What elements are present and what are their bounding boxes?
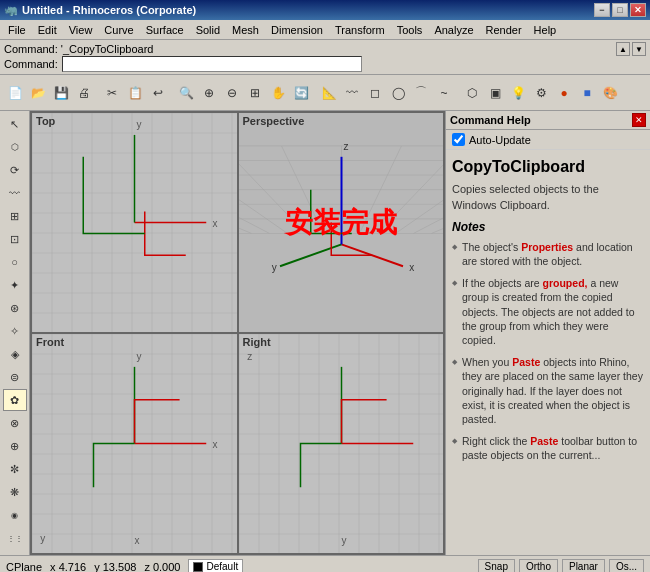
lt-box[interactable]: ⊡ <box>3 228 27 250</box>
tb-solid[interactable]: ▣ <box>484 82 506 104</box>
viewport-top[interactable]: Top <box>32 113 237 332</box>
lt-active[interactable]: ✿ <box>3 389 27 411</box>
auto-update-label: Auto-Update <box>469 134 531 146</box>
status-y: y 13.508 <box>94 561 136 573</box>
tb-circle[interactable]: ◯ <box>387 82 409 104</box>
minimize-button[interactable]: − <box>594 3 610 17</box>
scroll-down-btn[interactable]: ▼ <box>632 42 646 56</box>
tb-pan[interactable]: ✋ <box>267 82 289 104</box>
menu-view[interactable]: View <box>63 22 99 38</box>
tb-zoom-window[interactable]: 🔍 <box>175 82 197 104</box>
tb-light[interactable]: 💡 <box>507 82 529 104</box>
lt-dot2[interactable]: ⋮⋮ <box>3 527 27 549</box>
tb-zoom-in[interactable]: ⊕ <box>198 82 220 104</box>
menu-render[interactable]: Render <box>480 22 528 38</box>
left-toolbar: ↖ ⬡ ⟳ 〰 ⊞ ⊡ ○ ✦ ⊛ ✧ ◈ ⊜ ✿ ⊗ ⊕ ✼ ❋ ◉ ⋮⋮ <box>0 111 30 555</box>
tb-curve[interactable]: ~ <box>433 82 455 104</box>
app-icon: 🦏 <box>4 4 18 17</box>
tb-open[interactable]: 📂 <box>27 82 49 104</box>
close-button[interactable]: ✕ <box>630 3 646 17</box>
menu-bar: File Edit View Curve Surface Solid Mesh … <box>0 20 650 40</box>
tb-zoom-all[interactable]: ⊞ <box>244 82 266 104</box>
note-2: If the objects are grouped, a new group … <box>452 276 644 347</box>
lt-rotate-view[interactable]: ⟳ <box>3 159 27 181</box>
tb-line[interactable]: 📐 <box>318 82 340 104</box>
lt-diamond[interactable]: ◈ <box>3 343 27 365</box>
ortho-button[interactable]: Ortho <box>519 559 558 572</box>
tb-polyline[interactable]: 〰 <box>341 82 363 104</box>
menu-solid[interactable]: Solid <box>190 22 226 38</box>
tb-save[interactable]: 💾 <box>50 82 72 104</box>
lt-select-window[interactable]: ⬡ <box>3 136 27 158</box>
lt-cross[interactable]: ⊗ <box>3 412 27 434</box>
lt-grid[interactable]: ⊞ <box>3 205 27 227</box>
lt-curve[interactable]: 〰 <box>3 182 27 204</box>
menu-surface[interactable]: Surface <box>140 22 190 38</box>
osnap-button[interactable]: Os... <box>609 559 644 572</box>
menu-tools[interactable]: Tools <box>391 22 429 38</box>
menu-mesh[interactable]: Mesh <box>226 22 265 38</box>
tb-rect[interactable]: ◻ <box>364 82 386 104</box>
tb-paste[interactable]: 📋 <box>124 82 146 104</box>
viewport-front-label: Front <box>36 336 64 348</box>
menu-file[interactable]: File <box>2 22 32 38</box>
main-toolbar: 📄 📂 💾 🖨 ✂ 📋 ↩ 🔍 ⊕ ⊖ ⊞ ✋ 🔄 📐 〰 ◻ ◯ ⌒ ~ ⬡ … <box>0 75 650 111</box>
viewport-right[interactable]: Right <box>239 334 444 553</box>
title-bar: 🦏 Untitled - Rhinoceros (Corporate) − □ … <box>0 0 650 20</box>
menu-analyze[interactable]: Analyze <box>428 22 479 38</box>
tb-rotate[interactable]: 🔄 <box>290 82 312 104</box>
note-3: When you Paste objects into Rhino, they … <box>452 355 644 426</box>
lt-snap[interactable]: ✧ <box>3 320 27 342</box>
lt-circle2[interactable]: ⊜ <box>3 366 27 388</box>
tb-arc[interactable]: ⌒ <box>410 82 432 104</box>
help-panel: Command Help ✕ Auto-Update CopyToClipboa… <box>445 111 650 555</box>
note-4-highlight: Paste <box>530 435 558 447</box>
menu-transform[interactable]: Transform <box>329 22 391 38</box>
tb-color[interactable]: ● <box>553 82 575 104</box>
lt-dot1[interactable]: ◉ <box>3 504 27 526</box>
tb-cut[interactable]: ✂ <box>101 82 123 104</box>
tb-render[interactable]: 🎨 <box>599 82 621 104</box>
auto-update-checkbox[interactable] <box>452 133 465 146</box>
command-label: Command: <box>4 58 58 70</box>
tb-surface[interactable]: ⬡ <box>461 82 483 104</box>
tb-new[interactable]: 📄 <box>4 82 26 104</box>
tb-undo[interactable]: ↩ <box>147 82 169 104</box>
viewport-area: Top Perspective 安装完成 Front Right <box>30 111 445 555</box>
lt-star2[interactable]: ✼ <box>3 458 27 480</box>
lt-plus[interactable]: ⊕ <box>3 435 27 457</box>
lt-star[interactable]: ✦ <box>3 274 27 296</box>
viewport-front[interactable]: Front <box>32 334 237 553</box>
tb-settings[interactable]: ⚙ <box>530 82 552 104</box>
tb-zoom-out[interactable]: ⊖ <box>221 82 243 104</box>
maximize-button[interactable]: □ <box>612 3 628 17</box>
viewport-front-canvas <box>32 334 237 553</box>
panel-close-button[interactable]: ✕ <box>632 113 646 127</box>
lt-gear[interactable]: ⊛ <box>3 297 27 319</box>
menu-curve[interactable]: Curve <box>98 22 139 38</box>
viewport-perspective[interactable]: Perspective 安装完成 <box>239 113 444 332</box>
viewport-perspective-label: Perspective <box>243 115 305 127</box>
command-line-1: Command: '_CopyToClipboard ▲ ▼ <box>4 42 646 56</box>
menu-edit[interactable]: Edit <box>32 22 63 38</box>
command-line-2: Command: <box>4 56 646 72</box>
note-1: The object's Properties and location are… <box>452 240 644 268</box>
command-input[interactable] <box>62 56 362 72</box>
planar-button[interactable]: Planar <box>562 559 605 572</box>
status-right: Snap Ortho Planar Os... <box>478 559 644 572</box>
lt-sphere[interactable]: ○ <box>3 251 27 273</box>
note-4: Right click the Paste toolbar button to … <box>452 434 644 462</box>
viewport-top-canvas <box>32 113 237 332</box>
lt-flower[interactable]: ❋ <box>3 481 27 503</box>
viewport-right-canvas <box>239 334 444 553</box>
panel-title: Command Help <box>450 114 531 126</box>
tb-layer[interactable]: ■ <box>576 82 598 104</box>
menu-help[interactable]: Help <box>528 22 563 38</box>
snap-button[interactable]: Snap <box>478 559 515 572</box>
scroll-up-btn[interactable]: ▲ <box>616 42 630 56</box>
note-2-highlight: grouped, <box>543 277 588 289</box>
menu-dimension[interactable]: Dimension <box>265 22 329 38</box>
tb-print[interactable]: 🖨 <box>73 82 95 104</box>
lt-select[interactable]: ↖ <box>3 113 27 135</box>
layer-box[interactable]: Default <box>188 559 243 572</box>
